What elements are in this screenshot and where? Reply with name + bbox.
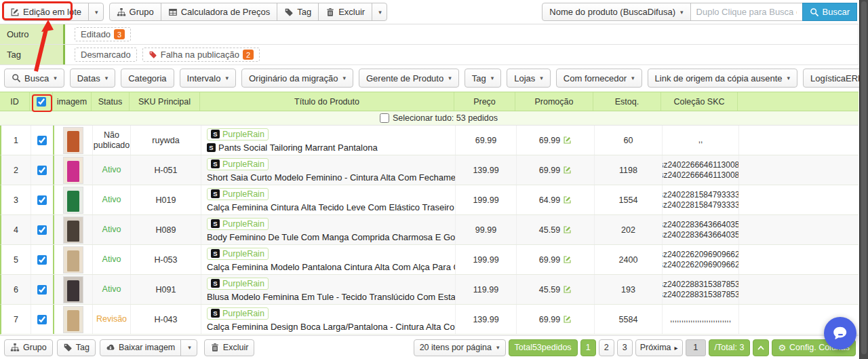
brand-chip[interactable]: S PurpleRain <box>207 218 269 230</box>
row-checkbox[interactable] <box>37 255 47 265</box>
product-title[interactable]: S Pants Social Tailoring Marrant Pantalo… <box>207 143 378 153</box>
product-image[interactable] <box>63 246 83 273</box>
vertical-scrollbar[interactable] <box>859 0 868 359</box>
product-title[interactable]: Blusa Modelo Feminina Em Tule - Tecido T… <box>207 292 456 302</box>
footer-delete-button[interactable]: Excluir <box>204 339 255 356</box>
page-button-1[interactable]: 1 <box>580 339 596 356</box>
row-checkbox[interactable] <box>37 315 47 324</box>
header-promo[interactable]: Promoção <box>515 92 593 111</box>
group-button[interactable]: Grupo <box>109 3 161 21</box>
product-image[interactable] <box>63 187 83 214</box>
header-id[interactable]: ID <box>0 92 30 111</box>
product-title[interactable]: Calça Feminina Modelo Pantalona Cintura … <box>207 262 456 272</box>
page-button-3[interactable]: 3 <box>617 339 633 356</box>
header-image[interactable]: imagem <box>53 92 92 111</box>
page-buttons: 123 <box>580 339 633 356</box>
edit-promo-icon[interactable] <box>563 166 572 174</box>
row-empty-cell <box>739 126 859 155</box>
chevron-down-icon: ▾ <box>342 75 346 81</box>
header-price[interactable]: Preço <box>454 92 515 111</box>
row-collection: ,,,,,,,,,,,,,,,,,,,,,,,,,,, <box>663 305 739 334</box>
filter-chip[interactable]: Desmarcado <box>75 48 137 62</box>
header-stock[interactable]: Estoq. <box>593 92 661 111</box>
row-id: 3 <box>1 185 31 214</box>
scroll-top-button[interactable] <box>753 339 769 356</box>
batch-edit-button[interactable]: Edição em lote <box>3 3 89 21</box>
brand-label: PurpleRain <box>222 189 264 199</box>
row-checkbox[interactable] <box>37 166 47 175</box>
edit-promo-icon[interactable] <box>563 255 572 264</box>
page-number-input[interactable] <box>686 339 706 356</box>
filter-intervalo[interactable]: Intervalo▾ <box>180 69 236 88</box>
page-button-2[interactable]: 2 <box>599 339 614 356</box>
row-empty-cell <box>739 275 859 304</box>
product-image[interactable] <box>63 127 83 154</box>
brand-chip[interactable]: S PurpleRain <box>207 188 269 200</box>
brand-chip[interactable]: S PurpleRain <box>207 248 269 260</box>
download-image-button[interactable]: Baixar imagem <box>100 339 181 356</box>
edit-promo-icon[interactable] <box>563 315 572 324</box>
brand-chip[interactable]: S PurpleRain <box>207 128 269 140</box>
filter-busca[interactable]: Busca▾ <box>4 69 64 88</box>
filter-chip[interactable]: Falha na publicação2 <box>142 48 260 62</box>
footer-group-button[interactable]: Grupo <box>4 339 53 356</box>
batch-edit-dropdown[interactable]: ▾ <box>88 3 104 21</box>
brand-chip[interactable]: S PurpleRain <box>207 307 269 320</box>
row-checkbox[interactable] <box>37 285 47 295</box>
edit-promo-icon[interactable] <box>563 136 572 145</box>
search-button[interactable]: Buscar <box>802 3 857 21</box>
filter-lojas[interactable]: Lojas▾ <box>507 69 551 88</box>
edit-promo-icon[interactable] <box>563 225 572 234</box>
next-page-button[interactable]: Próxima ▸ <box>635 339 683 356</box>
footer-tag-button[interactable]: Tag <box>57 339 96 356</box>
group-label: Grupo <box>130 7 154 17</box>
product-image[interactable] <box>63 306 83 333</box>
filter-com-fornecedor[interactable]: Com fornecedor▾ <box>556 69 642 88</box>
header-sku[interactable]: SKU Principal <box>130 92 200 111</box>
filter-link-de-origem-da-c-pia-ausente[interactable]: Link de origem da cópia ausente▾ <box>648 69 797 88</box>
product-title[interactable]: Short Saia Curto Modelo Feminino - Cintu… <box>207 172 456 183</box>
per-page-dropdown[interactable]: 20 itens por página ▾ <box>414 339 506 356</box>
select-all-pages-checkbox[interactable] <box>380 113 389 123</box>
summary-chips: DesmarcadoFalha na publicação2 <box>65 45 859 64</box>
product-title[interactable]: Calça Feminina Design Boca Larga/Pantalo… <box>207 322 456 332</box>
select-all-checkbox[interactable] <box>37 97 46 107</box>
edit-promo-icon[interactable] <box>563 285 572 294</box>
delete-button[interactable]: Excluir <box>318 3 372 21</box>
header-status[interactable]: Status <box>92 92 130 111</box>
download-image-dropdown[interactable]: ▾ <box>180 339 197 356</box>
row-checkbox[interactable] <box>37 136 47 145</box>
search-icon <box>12 73 21 83</box>
header-title[interactable]: Título do Produto <box>200 92 454 111</box>
filter-categoria[interactable]: Categoria <box>121 69 174 88</box>
chevron-up-icon <box>757 345 764 350</box>
filter-chip[interactable]: Editado3 <box>75 27 131 41</box>
product-image[interactable] <box>63 216 83 244</box>
search-input[interactable] <box>690 3 803 21</box>
filter-tag[interactable]: Tag▾ <box>465 69 502 88</box>
delete-dropdown[interactable]: ▾ <box>372 3 387 21</box>
row-collection: sz2402288315387853, sz2402288315387853, <box>663 275 739 304</box>
filter-datas[interactable]: Datas▾ <box>70 69 116 88</box>
search-type-dropdown[interactable]: Nome do produto (BuscaDifusa) ▾ <box>542 3 690 21</box>
row-checkbox[interactable] <box>37 225 47 235</box>
filter-log-sticaerp[interactable]: LogísticaERP▾ <box>803 69 868 88</box>
price-calculator-button[interactable]: Calculadora de Preços <box>161 3 278 21</box>
product-title[interactable]: Body Feminino De Tule Com Manga Comprida… <box>207 232 456 242</box>
edit-promo-icon[interactable] <box>563 195 572 204</box>
tag-button[interactable]: Tag <box>277 3 319 21</box>
scrollbar-thumb[interactable] <box>861 1 867 354</box>
filter-gerente-de-produto[interactable]: Gerente de Produto▾ <box>359 69 459 88</box>
header-collection[interactable]: Coleção SKC <box>661 92 738 111</box>
row-checkbox[interactable] <box>37 195 47 205</box>
product-title[interactable]: Calça Feminina Cintura Alta Tecido Leve … <box>207 202 456 212</box>
brand-chip[interactable]: S PurpleRain <box>207 158 269 170</box>
filter-origin-rio-da-migra-o[interactable]: Originário da migração▾ <box>241 69 353 88</box>
row-stock: 1198 <box>595 155 663 185</box>
row-title-cell: S PurpleRain Calça Feminina Cintura Alta… <box>201 185 456 214</box>
row-promo-cell: 45.59 <box>517 215 595 244</box>
product-image[interactable] <box>63 157 83 184</box>
product-image[interactable] <box>63 276 83 303</box>
brand-chip[interactable]: S PurpleRain <box>207 278 269 290</box>
chat-widget-button[interactable] <box>824 317 856 349</box>
